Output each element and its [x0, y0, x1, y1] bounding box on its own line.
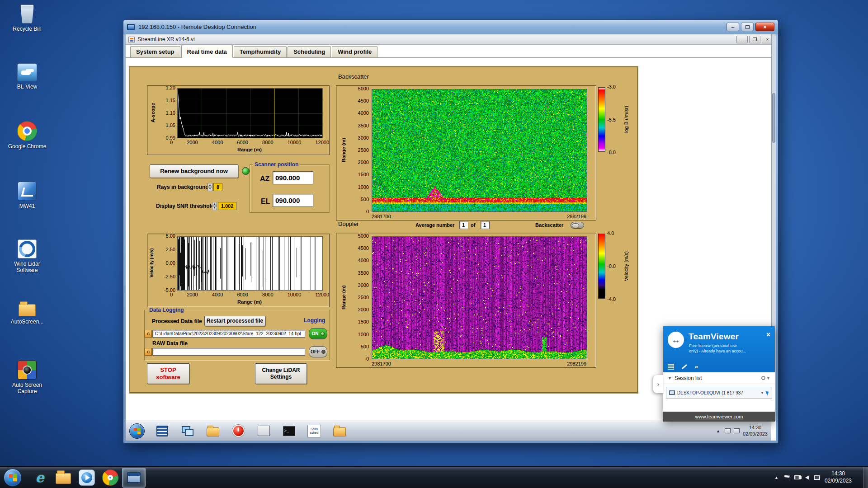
tick-label: -5.5 — [607, 117, 616, 122]
rays-value[interactable]: 8 — [213, 183, 222, 191]
desktop-icon-label: Wind Lidar Software — [5, 261, 50, 274]
desktop-icon-bl-view[interactable]: BL-View — [5, 63, 50, 90]
session-list-header[interactable]: ▼ Session list ▼ — [663, 372, 775, 384]
remote-taskbar-network-app[interactable] — [180, 424, 195, 438]
remote-taskbar-folder-app[interactable] — [205, 424, 221, 438]
tab-scheduling[interactable]: Scheduling — [288, 46, 331, 57]
remote-taskbar: >_ Scan sched ▲ 14:30 02/09/2023 — [126, 421, 771, 441]
stop-software-button[interactable]: STOP software — [147, 363, 189, 384]
tick-label: 6000 — [237, 292, 248, 297]
processed-path-input[interactable] — [153, 331, 305, 336]
tick-label: 10000 — [288, 292, 302, 297]
average-number-field[interactable] — [459, 221, 468, 229]
remote-start-button[interactable] — [129, 423, 145, 439]
average-number-input[interactable] — [460, 222, 468, 228]
remote-taskbar-notebook-app[interactable] — [155, 424, 170, 438]
show-desktop-button[interactable] — [863, 467, 868, 488]
show-hidden-icons-button[interactable]: ▲ — [773, 474, 780, 481]
app-minimize-button[interactable]: – — [736, 36, 748, 43]
desktop-icon-wind-lidar[interactable]: Wind Lidar Software — [5, 239, 50, 274]
session-list-icon[interactable] — [668, 364, 674, 370]
tick-label: 2000 — [187, 140, 198, 145]
teamviewer-panel-handle[interactable]: › — [653, 375, 663, 393]
taskbar-clock[interactable]: 14:30 02/09/2023 — [825, 470, 852, 484]
remote-taskbar-power-app[interactable] — [231, 424, 246, 438]
change-lidar-settings-button[interactable]: Change LiDAR Settings — [255, 363, 307, 384]
az-field[interactable] — [273, 171, 313, 184]
renew-background-button[interactable]: Renew background now — [150, 164, 238, 178]
taskbar-internet-explorer[interactable]: e — [28, 468, 52, 488]
processed-logging-toggle[interactable]: ON — [309, 328, 327, 339]
teamviewer-close-icon[interactable]: × — [766, 331, 770, 339]
scrollbar-thumb[interactable] — [772, 93, 775, 143]
remote-taskbar-cmd-app[interactable]: >_ — [281, 424, 297, 438]
remote-hidden-icons-button[interactable]: ▲ — [715, 427, 722, 435]
teamviewer-link[interactable]: www.teamviewer.com — [695, 414, 743, 419]
stop-button-line1: STOP — [160, 366, 176, 374]
renew-background-led — [242, 167, 250, 175]
action-center-flag-icon[interactable] — [784, 475, 790, 480]
remote-taskbar-documents-folder[interactable] — [332, 424, 347, 438]
snr-value[interactable]: 1.002 — [218, 202, 236, 210]
annotate-icon[interactable] — [682, 364, 688, 369]
chevron-down-icon[interactable]: ▼ — [760, 391, 764, 395]
desktop-icon-autoscreen[interactable]: AutoScreen... — [5, 300, 50, 325]
doppler-colorbar-label: Velocity (m/s) — [623, 234, 629, 299]
tab-system-setup[interactable]: System setup — [130, 46, 180, 57]
raw-path-field[interactable] — [152, 348, 305, 356]
backscatter-x-start: 2981700 — [372, 214, 391, 219]
taskbar-file-explorer[interactable] — [52, 468, 75, 488]
doppler-heatmap — [372, 236, 587, 359]
raw-path-input[interactable] — [153, 349, 305, 354]
remote-clock[interactable]: 14:30 02/09/2023 — [743, 425, 768, 437]
remote-volume-icon[interactable] — [725, 428, 731, 433]
az-input[interactable] — [273, 174, 313, 182]
start-button[interactable] — [4, 469, 22, 487]
taskbar: e ▲ 14:30 02/09/2023 — [0, 466, 868, 488]
rdp-close-button[interactable]: × — [755, 23, 774, 31]
rdp-minimize-button[interactable]: – — [726, 23, 739, 31]
snr-spinner[interactable]: ▲▼ — [212, 202, 217, 210]
rays-spinner[interactable]: ▲▼ — [208, 183, 212, 191]
desktop-icon-recycle-bin[interactable]: Recycle Bin — [5, 5, 50, 32]
tab-temp-humidity[interactable]: Temp/humidity — [234, 46, 287, 57]
average-total-field[interactable] — [481, 221, 490, 229]
el-input[interactable] — [273, 197, 313, 204]
el-field[interactable] — [273, 194, 313, 207]
tick-label: 4000 — [358, 110, 369, 116]
app-restore-button[interactable] — [749, 36, 760, 43]
raw-drive-button[interactable]: C — [145, 348, 152, 356]
raw-logging-toggle[interactable]: OFF — [309, 346, 327, 357]
collapse-icon[interactable]: « — [695, 364, 698, 370]
desktop-icon-label: AutoScreen... — [11, 319, 44, 325]
network-icon[interactable] — [814, 475, 820, 480]
processed-drive-button[interactable]: C — [145, 330, 152, 338]
remote-taskbar-xr-app[interactable] — [256, 424, 271, 438]
desktop-icon-auto-screen-capture[interactable]: Auto Screen Capture — [5, 361, 50, 395]
taskbar-google-chrome[interactable] — [99, 468, 122, 488]
desktop-icon-google-chrome[interactable]: Google Chrome — [5, 121, 50, 150]
rdp-restore-button[interactable] — [741, 23, 754, 31]
folder-icon — [19, 304, 36, 316]
computers-icon — [182, 426, 193, 436]
average-total-input[interactable] — [481, 222, 489, 228]
bl-view-icon — [17, 63, 37, 81]
session-list-item[interactable]: DESKTOP-OE0QDVI (1 817 937 ▼ — [666, 387, 772, 399]
remote-taskbar-scan-scheduler[interactable]: Scan sched — [307, 424, 322, 438]
rdp-titlebar[interactable]: 192.168.0.150 - Remote Desktop Connectio… — [123, 20, 778, 34]
tick-label: 5000 — [358, 233, 369, 239]
desktop-icon-mw41[interactable]: MW41 — [5, 182, 50, 209]
restart-processed-file-button[interactable]: Restart processed file — [204, 316, 265, 326]
tick-label: 0 — [170, 292, 173, 297]
remote-desktop-icon — [127, 24, 135, 30]
processed-path-field[interactable] — [152, 330, 305, 338]
remote-network-icon[interactable] — [734, 428, 740, 433]
tab-wind-profile[interactable]: Wind profile — [332, 46, 377, 57]
tab-real-time-data[interactable]: Real time data — [181, 45, 233, 58]
taskbar-remote-desktop-active[interactable] — [122, 468, 146, 488]
volume-icon[interactable] — [805, 475, 809, 480]
app-titlebar[interactable]: StreamLine XR v14-6.vi – × — [126, 34, 776, 45]
session-settings-button[interactable]: ▼ — [761, 376, 770, 380]
taskbar-media-player[interactable] — [75, 468, 99, 488]
backscatter-display-toggle[interactable] — [571, 222, 584, 229]
